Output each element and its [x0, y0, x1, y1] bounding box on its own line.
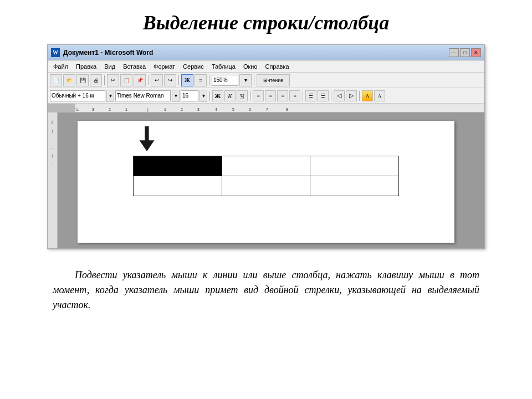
vruler-mark3: - — [52, 137, 53, 141]
sep8 — [303, 91, 303, 101]
vruler-mark: 2 — [52, 121, 54, 125]
ruler-mark-6: 6 — [249, 108, 251, 111]
font-color-btn[interactable]: A — [374, 90, 385, 101]
minimize-button[interactable]: — — [449, 48, 459, 57]
arrow-container — [89, 126, 443, 151]
description-block: Подвести указатель мыши к линии или выше… — [47, 268, 485, 313]
table-cell-0-0 — [134, 156, 222, 176]
word-table — [133, 156, 399, 196]
bold-btn[interactable]: Ж — [181, 74, 193, 86]
size-dropdown[interactable]: ▾ — [200, 90, 207, 102]
menu-view[interactable]: Вид — [101, 62, 119, 71]
zoom-dropdown[interactable]: ▾ — [239, 74, 252, 86]
down-arrow-icon — [139, 126, 155, 151]
ruler-mark-0: | — [147, 108, 149, 111]
vruler-mark4: - — [52, 146, 53, 150]
paste-button[interactable]: 📌 — [134, 74, 146, 86]
title-bar-text: Документ1 - Microsoft Word — [63, 49, 449, 57]
numbered-list-btn[interactable]: ☰ — [318, 90, 329, 101]
sep7 — [250, 91, 250, 101]
ruler-mark-5: 5 — [232, 108, 234, 111]
table-cell-1-2 — [310, 176, 399, 196]
underline-format-btn[interactable]: Ч — [237, 90, 248, 101]
table-cell-0-1 — [222, 156, 310, 176]
menu-help[interactable]: Справка — [262, 62, 292, 71]
highlight-btn[interactable]: A — [362, 90, 373, 101]
redo-button[interactable]: ↪ — [164, 74, 176, 86]
doc-area: 2 1 - - 1 - — [48, 112, 484, 248]
vertical-ruler: 2 1 - - 1 - — [48, 112, 58, 248]
style-dropdown[interactable]: ▾ — [106, 90, 114, 102]
reading-button[interactable]: ⊞чтение — [257, 74, 290, 86]
sep2 — [148, 75, 149, 85]
zoom-input[interactable] — [212, 75, 238, 86]
menu-edit[interactable]: Правка — [73, 62, 100, 71]
ruler-mark-1r: 1 — [164, 108, 166, 111]
print-button[interactable]: 🖨 — [90, 74, 102, 86]
ruler-main: L 3 2 1 | 1 2 3 4 5 6 7 8 — [75, 104, 484, 112]
ruler-mark-2: 2 — [109, 108, 111, 111]
vruler-mark6: - — [52, 162, 53, 166]
description-text: Подвести указатель мыши к линии или выше… — [53, 268, 479, 313]
ruler-mark-8: 8 — [286, 108, 288, 111]
table-row-1 — [134, 156, 399, 176]
page-sheet — [78, 121, 454, 243]
title-bar: W Документ1 - Microsoft Word — □ ✕ — [48, 45, 484, 60]
horizontal-ruler: L 3 2 1 | 1 2 3 4 5 6 7 8 — [48, 104, 484, 112]
font-select[interactable] — [115, 90, 171, 101]
open-button[interactable]: 📂 — [63, 74, 75, 86]
align-left-btn[interactable]: ≡ — [253, 90, 264, 101]
ruler-mark-7: 7 — [266, 108, 268, 111]
sep1 — [104, 75, 105, 85]
word-window: W Документ1 - Microsoft Word — □ ✕ Файл … — [47, 44, 485, 249]
copy-button[interactable]: 📋 — [120, 74, 132, 86]
align-center-format-btn[interactable]: ≡ — [265, 90, 276, 101]
italic-format-btn[interactable]: К — [224, 90, 236, 101]
menu-format[interactable]: Формат — [150, 62, 178, 71]
menu-insert[interactable]: Вставка — [120, 62, 149, 71]
table-cell-1-0 — [134, 176, 222, 196]
save-button[interactable]: 💾 — [76, 74, 89, 86]
menu-file[interactable]: Файл — [50, 62, 71, 71]
ruler-mark-3: 3 — [92, 108, 94, 111]
ruler-left-margin — [48, 104, 75, 112]
font-dropdown[interactable]: ▾ — [172, 90, 180, 102]
sep10 — [359, 91, 360, 101]
menu-tools[interactable]: Сервис — [180, 62, 207, 71]
sep5 — [254, 75, 254, 85]
bold-format-btn[interactable]: Ж — [212, 90, 223, 101]
standard-toolbar: 📄 📂 💾 🖨 ✂ 📋 📌 ↩ ↪ Ж ≡ ▾ ⊞чтение — [48, 73, 484, 88]
table-row-2 — [134, 176, 399, 196]
formatting-toolbar: ▾ ▾ ▾ Ж К Ч ≡ ≡ ≡ ≡ ☰ ☰ ◁ ▷ A A — [48, 88, 484, 104]
word-icon: W — [51, 48, 60, 57]
vruler-mark5: 1 — [52, 154, 54, 158]
align-center-btn[interactable]: ≡ — [195, 74, 207, 86]
table-cell-1-1 — [222, 176, 310, 196]
table-cell-0-2 — [310, 156, 399, 176]
justify-btn[interactable]: ≡ — [289, 90, 300, 101]
ruler-mark-2r: 2 — [181, 108, 183, 111]
menu-table[interactable]: Таблица — [208, 62, 239, 71]
align-right-btn[interactable]: ≡ — [277, 90, 288, 101]
undo-button[interactable]: ↩ — [151, 74, 163, 86]
new-button[interactable]: 📄 — [50, 74, 62, 86]
page-container: Выделение строки/столбца W Документ1 - M… — [0, 0, 532, 399]
menu-window[interactable]: Окно — [240, 62, 261, 71]
indent-dec-btn[interactable]: ◁ — [334, 90, 345, 101]
sep3 — [178, 75, 179, 85]
menu-bar: Файл Правка Вид Вставка Формат Сервис Та… — [48, 60, 484, 73]
maximize-button[interactable]: □ — [460, 48, 470, 57]
ruler-mark-1: 1 — [125, 108, 127, 111]
ruler-mark-3r: 3 — [197, 108, 200, 111]
list-btn[interactable]: ☰ — [305, 90, 316, 101]
page-title: Выделение строки/столбца — [33, 11, 499, 34]
svg-marker-1 — [140, 140, 155, 151]
svg-rect-0 — [145, 126, 149, 141]
style-select[interactable] — [50, 90, 105, 101]
ruler-mark-l: L — [76, 108, 79, 111]
close-button[interactable]: ✕ — [471, 48, 481, 57]
indent-inc-btn[interactable]: ▷ — [346, 90, 357, 101]
cut-button[interactable]: ✂ — [107, 74, 119, 86]
size-select[interactable] — [181, 90, 198, 101]
ruler-mark-4: 4 — [215, 108, 217, 111]
